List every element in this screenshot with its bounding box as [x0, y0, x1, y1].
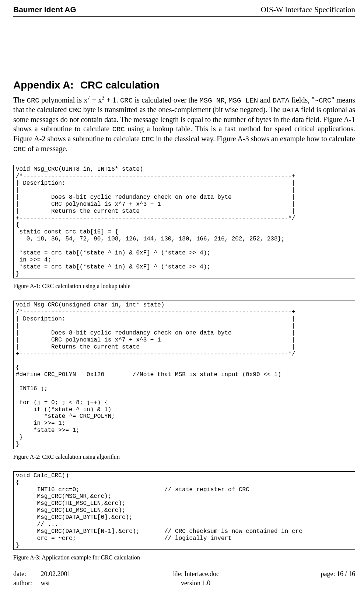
text: byte is transmitted as the ones-compleme… — [81, 105, 282, 114]
code-listing-1: void Msg_CRC(UINT8 in, INT16* state) /*-… — [13, 165, 355, 278]
code-inline: ~CRC — [315, 97, 332, 105]
code-inline: DATA — [273, 97, 290, 105]
text: and — [258, 96, 273, 104]
code-inline: CRC — [27, 97, 39, 105]
text: fields, " — [289, 96, 314, 104]
figure-caption-2: Figure A-2: CRC calculation using algori… — [13, 454, 355, 460]
footer-author-label: author: — [13, 579, 39, 587]
text: polynomial is x — [39, 96, 88, 104]
code-listing-3: void Calc_CRC() { INT16 crc=0; // state … — [13, 471, 355, 550]
code-inline: CRC — [112, 125, 125, 133]
text: in the classical way. Figure A-3 shows a… — [154, 135, 355, 143]
footer-left: date: 20.02.2001 author: wst — [13, 569, 71, 587]
code-inline: CRC — [13, 145, 26, 153]
code-inline: MSG_LEN — [228, 97, 258, 105]
text: of a message. — [26, 145, 67, 153]
footer-date: 20.02.2001 — [41, 570, 71, 578]
header-rule — [13, 16, 355, 17]
heading-title: CRC calculation — [80, 79, 160, 91]
footer-page: page: 16 / 16 — [321, 569, 355, 578]
footer-right: page: 16 / 16 — [321, 569, 355, 587]
text: The — [13, 96, 27, 104]
footer-version: version 1.0 — [172, 579, 219, 587]
code-inline: CRC — [69, 106, 81, 114]
appendix-heading: Appendix A:CRC calculation — [13, 79, 355, 91]
code-listing-2: void Msg_CRC(unsigned char in, int* stat… — [13, 301, 355, 449]
code-inline: DATA — [282, 106, 299, 114]
intro-paragraph: The CRC polynomial is x7 + x3 + 1. CRC i… — [13, 95, 355, 154]
page-header: Baumer Ident AG OIS-W Interface Specific… — [13, 5, 355, 16]
footer-rule — [13, 567, 355, 567]
header-company: Baumer Ident AG — [13, 5, 76, 14]
code-inline: CRC — [141, 135, 154, 143]
header-doc-title: OIS-W Interface Specification — [261, 5, 355, 14]
figure-caption-3: Figure A-3: Application example for CRC … — [13, 554, 355, 561]
footer-center: file: Interface.doc version 1.0 — [172, 569, 219, 587]
page-footer: date: 20.02.2001 author: wst file: Inter… — [13, 569, 355, 587]
footer-date-label: date: — [13, 569, 39, 578]
code-inline: MSG_NR — [199, 97, 224, 105]
footer-file: file: Interface.doc — [172, 569, 219, 578]
text: , — [225, 96, 228, 104]
text: + 1. — [104, 96, 120, 104]
text: is calculated over the — [133, 96, 199, 104]
figure-caption-1: Figure A-1: CRC calculation using a look… — [13, 283, 355, 289]
code-inline: CRC — [120, 97, 133, 105]
heading-label: Appendix A: — [13, 79, 74, 91]
footer-author: wst — [41, 579, 50, 587]
text: + x — [90, 96, 102, 104]
